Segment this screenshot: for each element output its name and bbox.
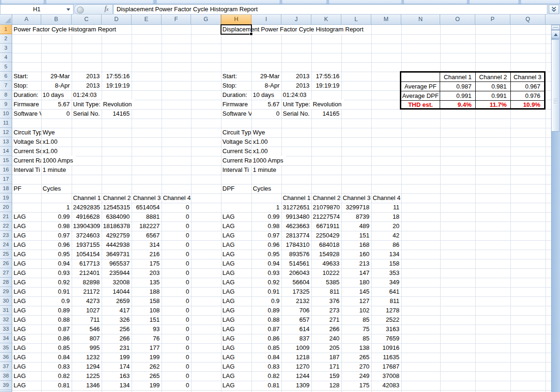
value-cell[interactable]: 6514054: [132, 203, 162, 212]
row-header-6[interactable]: 6: [0, 72, 12, 81]
lag-cell[interactable]: LAG: [221, 278, 251, 287]
value-cell[interactable]: 0: [162, 278, 191, 287]
column-header-K[interactable]: K: [311, 15, 341, 25]
cell[interactable]: 10 days: [41, 90, 72, 100]
lag-cell[interactable]: LAG: [12, 250, 41, 259]
value-cell[interactable]: 3163: [371, 325, 401, 334]
column-header-G[interactable]: G: [191, 15, 221, 25]
lag-cell[interactable]: LAG: [12, 353, 41, 362]
value-cell[interactable]: 0.85: [251, 343, 281, 353]
value-cell[interactable]: 0: [162, 222, 191, 231]
cell[interactable]: x1.00: [41, 147, 72, 156]
row-header-22[interactable]: 22: [0, 222, 12, 231]
row-header-23[interactable]: 23: [0, 231, 12, 240]
report-title[interactable]: Power Factor Cycle Histogram Report: [12, 25, 119, 34]
value-cell[interactable]: 7659: [371, 334, 401, 343]
value-cell[interactable]: 811: [371, 296, 401, 306]
cell[interactable]: Wye: [251, 128, 281, 137]
value-cell[interactable]: 0.81: [41, 381, 72, 390]
column-header-L[interactable]: L: [341, 15, 371, 25]
value-cell[interactable]: 1270: [281, 362, 311, 371]
row-header-2[interactable]: 2: [0, 34, 12, 44]
cell[interactable]: 29-Mar: [251, 72, 281, 81]
row-header-7[interactable]: 7: [0, 81, 12, 90]
row-header-38[interactable]: 38: [0, 371, 12, 381]
value-cell[interactable]: 893576: [281, 250, 311, 259]
lag-cell[interactable]: LAG: [12, 306, 41, 315]
row-header-19[interactable]: 19: [0, 193, 12, 203]
channel-column-header[interactable]: Channel 2: [311, 193, 341, 203]
cell[interactable]: 14165: [311, 109, 341, 118]
cell[interactable]: PF: [12, 184, 41, 193]
scrollbar-thumb[interactable]: [551, 39, 560, 132]
value-cell[interactable]: 199: [102, 353, 132, 362]
value-cell[interactable]: 2250429: [311, 231, 341, 240]
cell[interactable]: DPF: [221, 184, 251, 193]
value-cell[interactable]: 18186378: [102, 222, 132, 231]
cell[interactable]: Serial No.: [72, 109, 102, 118]
cell[interactable]: x1.00: [41, 137, 72, 147]
value-cell[interactable]: 1278: [371, 306, 401, 315]
value-cell[interactable]: 134: [102, 381, 132, 390]
column-header-C[interactable]: C: [72, 15, 102, 25]
summary-value-cell[interactable]: 0.976: [510, 91, 544, 100]
value-cell[interactable]: 0.99: [251, 212, 281, 222]
value-cell[interactable]: 0.95: [41, 250, 72, 259]
value-cell[interactable]: 0: [162, 315, 191, 325]
value-cell[interactable]: 86: [371, 240, 401, 250]
value-cell[interactable]: 240: [311, 334, 341, 343]
value-cell[interactable]: 231: [102, 343, 132, 353]
value-cell[interactable]: 56604: [281, 278, 311, 287]
cell[interactable]: 1000 Amps: [41, 156, 76, 165]
cell[interactable]: Start:: [12, 72, 41, 81]
row-header-17[interactable]: 17: [0, 175, 12, 184]
value-cell[interactable]: 93: [132, 325, 162, 334]
row-header-15[interactable]: 15: [0, 156, 12, 165]
value-cell[interactable]: 489: [341, 222, 371, 231]
value-cell[interactable]: 24292835: [72, 203, 102, 212]
summary-value-cell[interactable]: 0.981: [475, 81, 510, 91]
value-cell[interactable]: 965537: [102, 259, 132, 268]
value-cell[interactable]: 1309: [281, 381, 311, 390]
cell[interactable]: Serial No.: [281, 109, 311, 118]
value-cell[interactable]: 0: [162, 231, 191, 240]
row-header-39[interactable]: 39: [0, 381, 12, 390]
value-cell[interactable]: 0: [162, 325, 191, 334]
channel-column-header[interactable]: Channel 3: [341, 193, 371, 203]
value-cell[interactable]: 1232: [72, 353, 102, 362]
row-header-30[interactable]: 30: [0, 296, 12, 306]
value-cell[interactable]: 0.98: [41, 222, 72, 231]
value-cell[interactable]: 147: [341, 268, 371, 278]
value-cell[interactable]: 0.88: [41, 315, 72, 325]
value-cell[interactable]: 0.81: [251, 381, 281, 390]
value-cell[interactable]: 14044: [102, 287, 132, 296]
value-cell[interactable]: 0.97: [41, 231, 72, 240]
column-header-D[interactable]: D: [102, 15, 132, 25]
value-cell[interactable]: 199: [132, 353, 162, 362]
cell[interactable]: 17:55:16: [311, 72, 341, 81]
value-cell[interactable]: 135: [132, 278, 162, 287]
cell[interactable]: Start:: [221, 72, 251, 81]
summary-value-cell[interactable]: 0.991: [440, 91, 475, 100]
value-cell[interactable]: 1: [251, 203, 281, 212]
cell[interactable]: Software V: [12, 109, 41, 118]
value-cell[interactable]: 8739: [341, 212, 371, 222]
row-header-1[interactable]: 1: [0, 25, 12, 34]
value-cell[interactable]: 0.92: [251, 278, 281, 287]
cell[interactable]: 2013: [72, 81, 102, 90]
cell[interactable]: 01:24:03: [72, 90, 102, 100]
summary-column-header[interactable]: Channel 3: [510, 73, 544, 81]
cell[interactable]: 17:55:16: [102, 72, 132, 81]
value-cell[interactable]: 353: [371, 268, 401, 278]
value-cell[interactable]: 3649731: [102, 250, 132, 259]
row-header-31[interactable]: 31: [0, 306, 12, 315]
value-cell[interactable]: 614: [281, 325, 311, 334]
row-header-18[interactable]: 18: [0, 184, 12, 193]
cell[interactable]: Firmware: [221, 100, 251, 109]
value-cell[interactable]: 37008: [371, 371, 401, 381]
cell[interactable]: 1 minute: [251, 165, 281, 175]
lag-cell[interactable]: LAG: [221, 371, 251, 381]
value-cell[interactable]: 134: [371, 250, 401, 259]
row-header-28[interactable]: 28: [0, 278, 12, 287]
value-cell[interactable]: 0: [162, 362, 191, 371]
